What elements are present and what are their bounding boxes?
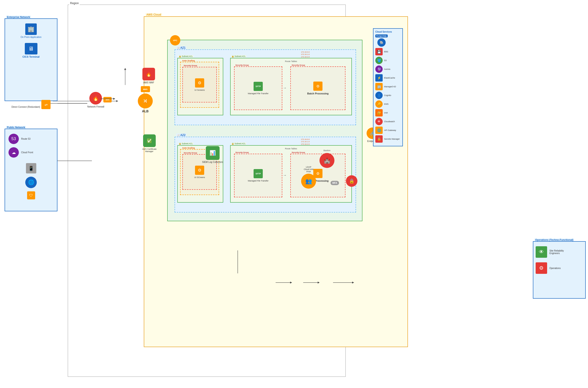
- auto-scaling-label-az2: Auto Scaling: [182, 147, 195, 149]
- sg-arrow-az2: →: [283, 173, 287, 177]
- identity-container: LDAP Cloud IAM PAM 👥: [301, 166, 316, 189]
- shield-person-container: 🛡: [27, 191, 35, 199]
- ops-label: Operations: [549, 267, 561, 269]
- cs-secrets-manager: 🔒 Secrets Manager: [375, 135, 400, 143]
- cs-s3: 🪣 S3: [375, 57, 400, 64]
- siem-container: 📊 SIEM Log Collectors: [202, 146, 223, 163]
- sg-batch-az2-label: Security Group: [291, 151, 306, 153]
- mft-label-az2: Managed File Transfer: [248, 180, 268, 182]
- mft-label-az1: Managed File Transfer: [248, 92, 268, 95]
- kms-label: KMS: [384, 103, 389, 105]
- sre-label: Site ReliabilityEngineers: [549, 249, 564, 255]
- ui-screens-label-az2: UI SCreens: [194, 176, 205, 178]
- pg-icon: 🐘: [377, 38, 386, 47]
- sg-mft-az2: Security Group SFTP Managed File Transfe…: [234, 154, 282, 197]
- aws-logo: aws: [141, 86, 150, 92]
- ebs-icon: 💾: [375, 48, 383, 55]
- cs-managed-ad: 🏢 Managed AD: [375, 83, 400, 90]
- cs-cloudwatch: 👁 Cloudwatch: [375, 118, 400, 125]
- az2-label: ⬜ AZ2: [176, 133, 187, 137]
- user-mobile-icon: 📱: [26, 163, 36, 173]
- sg-batch-az1-label: Security Group: [291, 64, 306, 66]
- cs-api-gateway: 🌐 API Gateway: [375, 127, 400, 134]
- cs-cognito: 👤 Cognito: [375, 92, 400, 99]
- route53-icon: 53: [8, 134, 19, 144]
- siem-label: SIEM Log Collectors: [202, 161, 223, 163]
- subnet-ui-az1-label: 🔒 Subnet:ACL: [178, 55, 193, 57]
- aws-cloud-label: AWS Cloud: [145, 13, 162, 16]
- elasticache-icon: ⚡: [375, 74, 383, 82]
- cloudfront-label: Cloud Front: [21, 151, 33, 154]
- cognito-icon: 👤: [375, 92, 383, 99]
- sg-mft-az2-label: Security Group: [235, 151, 249, 153]
- az1-ip-labels: 172.16.0.0 172.16.1.0 172.16.2.0: [301, 51, 310, 58]
- cics-container: 🖥 CICS Terminal: [23, 43, 40, 58]
- sftp-icon-az2: SFTP: [254, 169, 263, 178]
- api-gateway-label: API Gateway: [384, 129, 396, 131]
- sg-mft-az1: Security Group SFTP Managed File Transfe…: [234, 66, 282, 110]
- sg-autoscaling-az1-label: Security Group: [183, 65, 198, 67]
- cloudfront-icon: ☁: [8, 147, 19, 158]
- cloudfront-row: ☁ Cloud Front: [5, 147, 57, 158]
- sg-mft-az1-label: Security Group: [235, 64, 249, 66]
- on-prem-label: On Prem Application: [21, 36, 41, 38]
- lock-container: 🔒: [346, 175, 357, 187]
- bastion-container: Bastion 🏰: [320, 149, 334, 168]
- s3-icon: 🪣: [375, 57, 383, 64]
- dc-icon: ⇌: [41, 100, 50, 109]
- subnet-rt-az1: 🔒 Subnet:ACL Route Tables Security Group…: [230, 58, 352, 115]
- waf-icon: 🔥: [142, 68, 155, 80]
- cs-postgresql: PostgreSQL 🐘: [375, 34, 400, 47]
- batch-icon-az1: ⚙: [313, 82, 323, 91]
- az2-ip1: 172.16.0.0: [301, 138, 310, 141]
- cloud-services-panel: Cloud Services PostgreSQL 🐘 💾 EBS 🪣 S3: [373, 28, 403, 146]
- api-gateway-icon: 🌐: [375, 127, 383, 134]
- sg-batch-az2: Security Group ⚙ Batch Processing: [290, 154, 345, 197]
- aws-shield-container: aws: [103, 97, 112, 102]
- cs-elasticache: ⚡ ElastiCache: [375, 74, 400, 82]
- alb-icon: 🔀: [138, 94, 153, 108]
- diagram-container: Region AWS Cloud VPC 🔥 AWS WAF aws: [0, 0, 588, 388]
- cs-kms: 🔑 KMS: [375, 100, 400, 108]
- cloudwatch-label: Cloudwatch: [384, 120, 395, 123]
- network-firewall-icon: 🔥: [89, 92, 102, 104]
- iam-label: IAM: [384, 112, 388, 114]
- public-box: Public Network 53 Route 53 ☁ Cloud Front…: [5, 129, 57, 211]
- network-firewall-container: 🔥 Network Firewall: [87, 92, 104, 108]
- elasticache-label: ElastiCache: [384, 77, 395, 79]
- managed-ad-icon: 🏢: [375, 83, 383, 90]
- autoscale-icon-az1: ⚙: [195, 78, 204, 88]
- region-box: Region AWS Cloud VPC 🔥 AWS WAF aws: [68, 5, 346, 377]
- az1-icon: ⬜: [177, 47, 180, 49]
- on-prem-icon: 🏢: [25, 24, 37, 35]
- alb-label: ALB: [142, 109, 149, 113]
- ops-icon: ⚙: [536, 262, 547, 274]
- aws-shield-icon: aws: [103, 97, 112, 102]
- auto-scaling-az1: Auto Scaling Security Group ⚙ UI Screens: [180, 62, 219, 108]
- cs-aurora: 🔮 Aurora: [375, 66, 400, 73]
- cert-label: AWS Certificate Manager: [140, 148, 159, 152]
- kms-icon: 🔑: [375, 100, 383, 108]
- sg-autoscaling-az2-label: Security Group: [183, 152, 198, 154]
- network-firewall-label: Network Firewall: [87, 105, 104, 108]
- az2-ip-labels: 172.16.0.0 172.16.1.0 172.16.2.0: [301, 138, 310, 146]
- siem-icon: 📊: [206, 146, 220, 160]
- sre-row: 👁 Site ReliabilityEngineers: [536, 246, 583, 258]
- route-tables-az1-label: Route Tables: [285, 60, 297, 63]
- enterprise-label: Enterprise Network: [6, 16, 31, 18]
- az1-box: ⬜ AZ1 172.16.0.0 172.16.1.0 172.16.2.0 🔒…: [175, 49, 356, 125]
- az2-box: ⬜ AZ2 172.16.0.0 172.16.1.0 172.16.2.0 🔒…: [175, 137, 356, 213]
- autoscale-icon-az2: ⚙: [195, 166, 204, 175]
- waf-label: AWS WAF: [143, 81, 154, 84]
- cloudwatch-icon: 👁: [375, 118, 383, 125]
- sg-autoscaling-az1: Security Group ⚙ UI Screens: [182, 67, 217, 102]
- aws-cloud-box: AWS Cloud VPC 🔥 AWS WAF aws 🔀: [144, 16, 408, 347]
- cics-icon: 🖥: [25, 43, 37, 54]
- dc-icon-container: ⇌: [41, 100, 50, 109]
- aws-waf-container: 🔥 AWS WAF: [142, 68, 155, 84]
- az1-ip1: 172.16.0.0: [301, 51, 310, 53]
- route53-label: Route 53: [21, 138, 30, 140]
- ldap-label: LDAP Cloud IAM PAM: [304, 166, 313, 173]
- subnet-ui-az2-label: 🔒 Subnet:ACL: [178, 143, 193, 145]
- operations-label: Operations (Techno-Functional): [535, 239, 574, 241]
